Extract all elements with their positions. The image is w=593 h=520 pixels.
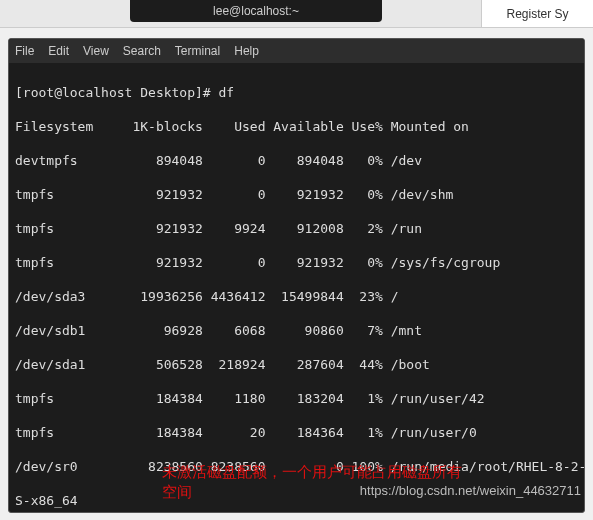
terminal-line: /dev/sr0 8238560 8238560 0 100% /run/med… bbox=[15, 458, 578, 475]
menu-bar: File Edit View Search Terminal Help bbox=[9, 39, 584, 63]
menu-help[interactable]: Help bbox=[234, 44, 259, 58]
menu-search[interactable]: Search bbox=[123, 44, 161, 58]
terminal-line: S-x86_64 bbox=[15, 492, 578, 509]
window-title: lee@localhost:~ bbox=[130, 0, 382, 22]
terminal-line: Filesystem 1K-blocks Used Available Use%… bbox=[15, 118, 578, 135]
register-system-button[interactable]: Register Sy bbox=[481, 0, 593, 28]
terminal-line: /dev/sda3 19936256 4436412 15499844 23% … bbox=[15, 288, 578, 305]
terminal-line: tmpfs 184384 20 184364 1% /run/user/0 bbox=[15, 424, 578, 441]
menu-view[interactable]: View bbox=[83, 44, 109, 58]
terminal-line: /dev/sdb1 96928 6068 90860 7% /mnt bbox=[15, 322, 578, 339]
menu-edit[interactable]: Edit bbox=[48, 44, 69, 58]
terminal-line: tmpfs 184384 1180 183204 1% /run/user/42 bbox=[15, 390, 578, 407]
menu-file[interactable]: File bbox=[15, 44, 34, 58]
terminal-window: File Edit View Search Terminal Help [roo… bbox=[8, 38, 585, 513]
terminal-line: /dev/sda1 506528 218924 287604 44% /boot bbox=[15, 356, 578, 373]
desktop-top-bar: lee@localhost:~ Register Sy bbox=[0, 0, 593, 28]
terminal-line: devtmpfs 894048 0 894048 0% /dev bbox=[15, 152, 578, 169]
terminal-line: [root@localhost Desktop]# df bbox=[15, 84, 578, 101]
terminal-line: tmpfs 921932 9924 912008 2% /run bbox=[15, 220, 578, 237]
terminal-body[interactable]: [root@localhost Desktop]# df Filesystem … bbox=[9, 63, 584, 513]
terminal-line: tmpfs 921932 0 921932 0% /dev/shm bbox=[15, 186, 578, 203]
menu-terminal[interactable]: Terminal bbox=[175, 44, 220, 58]
terminal-line: tmpfs 921932 0 921932 0% /sys/fs/cgroup bbox=[15, 254, 578, 271]
